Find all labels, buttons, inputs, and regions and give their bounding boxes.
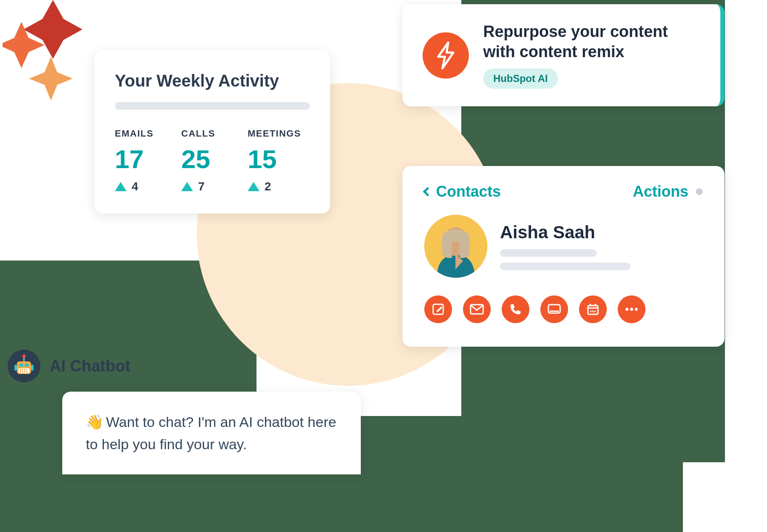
svg-point-15 — [635, 308, 638, 311]
up-arrow-icon — [248, 182, 259, 191]
edit-button[interactable] — [424, 295, 452, 323]
chatbot-title: AI Chatbot — [50, 357, 130, 375]
svg-rect-5 — [550, 311, 559, 312]
chatbot-message: 👋Want to chat? I'm an AI chatbot here to… — [86, 411, 337, 455]
weekly-activity-card: Your Weekly Activity EMAILS 17 4 CALLS 2… — [95, 50, 330, 213]
chatbot-message-card: 👋Want to chat? I'm an AI chatbot here to… — [62, 392, 361, 474]
metric-value: 15 — [248, 144, 310, 174]
hubspot-ai-badge: HubSpot AI — [483, 68, 558, 89]
metric-delta: 4 — [115, 180, 177, 193]
more-button[interactable] — [618, 295, 645, 323]
content-remix-card[interactable]: Repurpose your content with content remi… — [402, 4, 725, 106]
phone-icon — [509, 303, 522, 316]
metric-calls: CALLS 25 7 — [181, 128, 243, 193]
weekly-title: Your Weekly Activity — [115, 71, 310, 90]
metric-value: 17 — [115, 144, 177, 174]
more-icon — [624, 307, 639, 311]
mail-icon — [470, 304, 484, 315]
contacts-back-label: Contacts — [436, 183, 501, 200]
metric-label: EMAILS — [115, 128, 177, 139]
screen-icon — [547, 303, 561, 315]
contact-card: Contacts Actions Aisha Saah — [402, 166, 725, 347]
svg-rect-17 — [19, 368, 29, 373]
screen-button[interactable] — [540, 295, 568, 323]
svg-rect-26 — [14, 365, 17, 371]
svg-rect-6 — [588, 306, 598, 314]
metric-delta: 7 — [181, 180, 243, 193]
up-arrow-icon — [115, 182, 127, 191]
robot-icon — [8, 350, 40, 382]
contact-name: Aisha Saah — [500, 222, 630, 242]
svg-rect-23 — [25, 363, 29, 367]
svg-rect-27 — [31, 365, 34, 371]
remix-title: Repurpose your content with content remi… — [483, 22, 700, 62]
metric-label: MEETINGS — [248, 128, 310, 139]
calendar-button[interactable] — [579, 295, 607, 323]
wave-icon: 👋 — [86, 414, 103, 430]
dot-icon — [696, 188, 703, 195]
svg-point-13 — [626, 308, 629, 311]
lightning-icon — [423, 32, 469, 79]
chatbot-header: AI Chatbot — [8, 350, 130, 382]
placeholder-bar — [115, 102, 310, 110]
metric-value: 25 — [181, 144, 243, 174]
sparkle-icon — [3, 0, 95, 101]
svg-point-25 — [22, 354, 26, 358]
mail-button[interactable] — [463, 295, 491, 323]
metric-meetings: MEETINGS 15 2 — [248, 128, 310, 193]
actions-label: Actions — [633, 183, 688, 200]
svg-point-14 — [630, 308, 633, 311]
chevron-left-icon — [423, 187, 433, 197]
edit-icon — [432, 303, 444, 316]
contacts-back-link[interactable]: Contacts — [424, 183, 501, 200]
metric-delta: 2 — [248, 180, 310, 193]
phone-button[interactable] — [502, 295, 529, 323]
svg-rect-22 — [19, 363, 23, 367]
metric-emails: EMAILS 17 4 — [115, 128, 177, 193]
up-arrow-icon — [181, 182, 193, 191]
placeholder-line — [500, 263, 630, 270]
metric-label: CALLS — [181, 128, 243, 139]
placeholder-line — [500, 249, 597, 257]
avatar — [424, 215, 487, 278]
contacts-actions-link[interactable]: Actions — [633, 183, 703, 200]
calendar-icon — [587, 303, 599, 316]
